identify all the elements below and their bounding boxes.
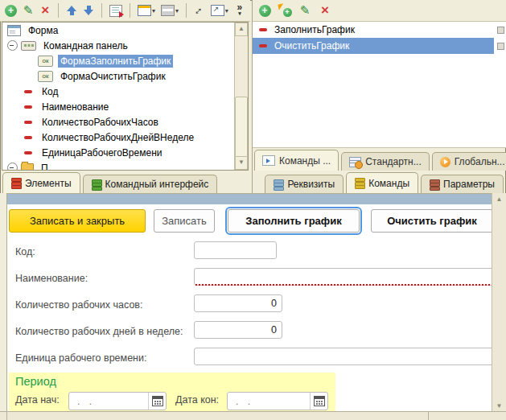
field-icon <box>24 105 32 109</box>
form-scrollbar[interactable]: ▲ ▼ <box>492 193 506 412</box>
commands-subtabs: Команды ... Стандартн... Глобальн... <box>254 147 506 171</box>
panel-tab-strip: Элементы Командный интерфейс Реквизиты К… <box>0 171 506 193</box>
grouping-icon[interactable]: ▾ <box>161 3 179 18</box>
tree-item-period-group[interactable]: П <box>2 160 248 171</box>
ok-button-icon: ок <box>38 71 53 82</box>
scrollbar-divider <box>428 412 429 420</box>
date-to-input[interactable]: . . <box>227 392 328 410</box>
field-icon <box>24 136 32 139</box>
form-canvas: Записать и закрыть Записать Заполнить гр… <box>6 193 492 412</box>
toolbar-separator <box>58 3 59 18</box>
commands-toolbar: + + ✎ × <box>253 0 506 22</box>
elements-tree: Форма Командная панель ок ФормаЗаполнить… <box>2 22 249 171</box>
tab-elements[interactable]: Элементы <box>2 172 80 193</box>
ok-button-icon: ок <box>38 56 53 67</box>
use-checkbox[interactable] <box>497 43 504 50</box>
command-bar-icon <box>21 41 36 51</box>
date-from-label: Дата нач: <box>15 394 60 406</box>
tab-attributes[interactable]: Реквизиты <box>265 175 344 193</box>
date-from-input[interactable]: . . <box>68 392 167 410</box>
tab-commands[interactable]: Команды <box>346 172 418 193</box>
swap-icon[interactable]: ↕ <box>194 3 205 18</box>
scroll-up-icon[interactable]: ▲ <box>235 23 248 36</box>
required-marker <box>195 284 492 286</box>
tree-item-name[interactable]: Наименование <box>2 99 248 114</box>
delete-icon[interactable]: × <box>39 3 51 18</box>
move-down-icon[interactable] <box>83 3 94 18</box>
form-button-row: Записать и закрыть Записать Заполнить гр… <box>9 209 492 233</box>
period-title: Период <box>15 375 56 388</box>
toolbar-separator <box>101 3 102 18</box>
tree-item-clear-schedule-button[interactable]: ок ФормаОчиститьГрафик <box>2 68 248 84</box>
form-title-bar <box>7 194 492 204</box>
scroll-up-icon[interactable]: ▲ <box>492 196 506 203</box>
tree-item-working-hours[interactable]: КоличествоРабочихЧасов <box>2 114 248 130</box>
tab-command-interface[interactable]: Командный интерфейс <box>83 175 218 193</box>
horizontal-scrollbar[interactable] <box>0 411 506 420</box>
name-label: Наименование: <box>15 269 88 288</box>
name-input[interactable] <box>194 268 492 286</box>
tab-parameters[interactable]: Параметры <box>421 175 504 193</box>
preview-icon[interactable]: ▾ <box>211 3 228 18</box>
tree-item-time-unit[interactable]: ЕдиницаРабочегоВремени <box>2 145 248 160</box>
field-icon <box>259 28 267 31</box>
date-to-label: Дата кон: <box>175 394 219 406</box>
save-button[interactable]: Записать <box>154 209 215 233</box>
scroll-down-icon[interactable]: ▼ <box>492 402 506 410</box>
form-commands-icon <box>262 155 275 166</box>
working-hours-label: Количество рабочих часов: <box>15 295 142 315</box>
elements-icon <box>11 178 20 188</box>
tab-global-commands[interactable]: Глобальн... <box>432 152 506 171</box>
add-icon[interactable]: + <box>5 3 17 18</box>
commands-icon <box>355 178 364 188</box>
tree-item-form[interactable]: Форма <box>2 23 248 38</box>
form-icon <box>7 25 21 36</box>
working-hours-input[interactable]: 0 <box>194 294 282 312</box>
scroll-down-icon[interactable]: ▼ <box>235 156 248 170</box>
toolbar-separator <box>186 3 187 18</box>
edit-icon[interactable]: ✎ <box>23 3 34 18</box>
elements-toolbar: + ✎ × ▾ ▾ ↕ ▾ »▾ <box>0 0 250 22</box>
working-days-label: Количество рабочих дней в неделе: <box>15 322 183 341</box>
move-up-icon[interactable] <box>66 3 77 18</box>
tree-item-working-days[interactable]: КоличествоРабочихДнейВНеделе <box>2 130 248 145</box>
calendar-icon[interactable] <box>148 393 166 410</box>
use-checkbox[interactable] <box>497 27 504 34</box>
folder-icon <box>21 163 34 171</box>
add-standard-icon[interactable]: + <box>278 3 292 18</box>
tree-item-code[interactable]: Код <box>2 84 248 99</box>
tree-item-fill-schedule-button[interactable]: ок ФормаЗаполнитьГрафик <box>2 53 248 68</box>
scrollbar-divider <box>6 412 7 420</box>
collapse-icon[interactable] <box>7 163 18 171</box>
clear-schedule-button[interactable]: Очистить график <box>371 209 492 233</box>
check-elements-icon[interactable] <box>109 3 122 18</box>
field-icon <box>24 151 32 154</box>
period-group: Период Дата нач: . . Дата кон: . . <box>9 373 335 412</box>
list-item[interactable]: ОчиститьГрафик <box>253 38 494 54</box>
calendar-icon[interactable] <box>310 393 327 410</box>
time-unit-input[interactable] <box>194 348 492 365</box>
working-days-input[interactable]: 0 <box>194 321 282 339</box>
add-icon[interactable]: + <box>257 3 272 18</box>
code-input[interactable] <box>194 241 277 259</box>
form-elements-panel: + ✎ × ▾ ▾ ↕ ▾ »▾ Форма Командная п <box>0 0 250 193</box>
configurator-window: + ✎ × ▾ ▾ ↕ ▾ »▾ Форма Командная п <box>0 0 506 420</box>
form-preview: Записать и закрыть Записать Заполнить гр… <box>0 193 506 412</box>
field-icon <box>24 121 32 124</box>
collapse-icon[interactable] <box>7 40 18 51</box>
list-item[interactable]: ЗаполнитьГрафик <box>253 22 494 38</box>
delete-icon[interactable]: × <box>318 3 332 18</box>
form-dialog-icon[interactable]: ▾ <box>138 3 155 18</box>
scrollbar-thumb[interactable] <box>235 97 248 159</box>
attributes-icon <box>274 179 282 190</box>
fill-schedule-button[interactable]: Заполнить график <box>228 209 360 233</box>
overflow-chevron-icon[interactable]: »▾ <box>234 3 245 18</box>
save-and-close-button[interactable]: Записать и закрыть <box>9 209 146 233</box>
edit-icon[interactable]: ✎ <box>298 3 312 18</box>
toolbar-separator <box>130 3 130 18</box>
tree-item-command-bar[interactable]: Командная панель <box>2 38 248 53</box>
tree-scrollbar[interactable]: ▲ ▼ <box>234 23 248 170</box>
tab-form-commands[interactable]: Команды ... <box>254 150 339 171</box>
tab-standard-commands[interactable]: Стандартн... <box>341 152 430 171</box>
commands-panel: + + ✎ × ЗаполнитьГрафик ОчиститьГрафик К… <box>252 0 506 193</box>
